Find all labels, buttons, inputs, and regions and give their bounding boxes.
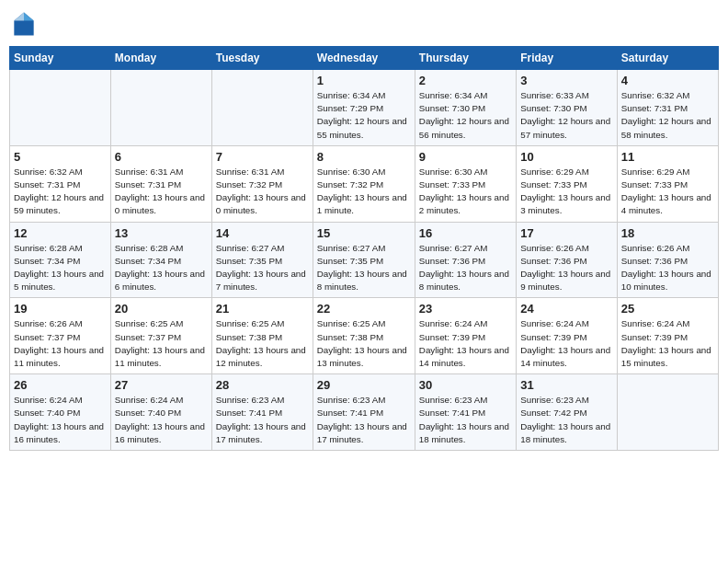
day-cell: 9Sunrise: 6:30 AM Sunset: 7:33 PM Daylig… — [415, 145, 516, 222]
day-info: Sunrise: 6:23 AM Sunset: 7:41 PM Dayligh… — [317, 394, 411, 446]
day-number: 21 — [216, 302, 309, 316]
week-row-1: 1Sunrise: 6:34 AM Sunset: 7:29 PM Daylig… — [10, 70, 719, 146]
day-info: Sunrise: 6:34 AM Sunset: 7:30 PM Dayligh… — [419, 89, 512, 142]
day-cell: 12Sunrise: 6:28 AM Sunset: 7:34 PM Dayli… — [10, 222, 111, 298]
day-info: Sunrise: 6:25 AM Sunset: 7:38 PM Dayligh… — [317, 317, 411, 370]
weekday-header-row: SundayMondayTuesdayWednesdayThursdayFrid… — [10, 47, 719, 70]
day-info: Sunrise: 6:26 AM Sunset: 7:36 PM Dayligh… — [520, 242, 613, 294]
day-number: 29 — [317, 378, 411, 392]
day-cell: 31Sunrise: 6:23 AM Sunset: 7:42 PM Dayli… — [517, 374, 618, 451]
weekday-header-sunday: Sunday — [10, 47, 111, 70]
day-number: 20 — [115, 302, 208, 316]
day-cell: 29Sunrise: 6:23 AM Sunset: 7:41 PM Dayli… — [313, 374, 415, 451]
day-info: Sunrise: 6:27 AM Sunset: 7:35 PM Dayligh… — [216, 242, 309, 294]
weekday-header-monday: Monday — [110, 47, 211, 70]
day-info: Sunrise: 6:26 AM Sunset: 7:36 PM Dayligh… — [621, 242, 714, 294]
day-info: Sunrise: 6:23 AM Sunset: 7:41 PM Dayligh… — [419, 394, 512, 446]
day-cell: 25Sunrise: 6:24 AM Sunset: 7:39 PM Dayli… — [617, 298, 718, 374]
day-number: 5 — [14, 150, 107, 164]
weekday-header-friday: Friday — [517, 47, 618, 70]
day-number: 22 — [317, 302, 411, 316]
week-row-3: 12Sunrise: 6:28 AM Sunset: 7:34 PM Dayli… — [10, 222, 719, 298]
page: SundayMondayTuesdayWednesdayThursdayFrid… — [0, 0, 728, 460]
day-info: Sunrise: 6:23 AM Sunset: 7:42 PM Dayligh… — [520, 394, 613, 446]
day-number: 10 — [520, 150, 613, 164]
day-number: 28 — [216, 378, 309, 392]
day-number: 19 — [14, 302, 107, 316]
day-cell: 27Sunrise: 6:24 AM Sunset: 7:40 PM Dayli… — [110, 374, 211, 451]
day-cell: 3Sunrise: 6:33 AM Sunset: 7:30 PM Daylig… — [517, 70, 618, 146]
day-info: Sunrise: 6:30 AM Sunset: 7:32 PM Dayligh… — [317, 166, 411, 218]
day-cell: 4Sunrise: 6:32 AM Sunset: 7:31 PM Daylig… — [617, 70, 718, 146]
week-row-5: 26Sunrise: 6:24 AM Sunset: 7:40 PM Dayli… — [10, 374, 719, 451]
day-info: Sunrise: 6:32 AM Sunset: 7:31 PM Dayligh… — [14, 166, 107, 218]
day-info: Sunrise: 6:24 AM Sunset: 7:39 PM Dayligh… — [419, 317, 512, 370]
day-cell: 18Sunrise: 6:26 AM Sunset: 7:36 PM Dayli… — [617, 222, 718, 298]
day-info: Sunrise: 6:24 AM Sunset: 7:39 PM Dayligh… — [621, 317, 714, 370]
day-number: 14 — [216, 226, 309, 240]
day-cell: 16Sunrise: 6:27 AM Sunset: 7:36 PM Dayli… — [415, 222, 516, 298]
day-info: Sunrise: 6:24 AM Sunset: 7:40 PM Dayligh… — [14, 394, 107, 446]
day-cell: 28Sunrise: 6:23 AM Sunset: 7:41 PM Dayli… — [211, 374, 313, 451]
day-cell: 1Sunrise: 6:34 AM Sunset: 7:29 PM Daylig… — [313, 70, 415, 146]
day-info: Sunrise: 6:33 AM Sunset: 7:30 PM Dayligh… — [520, 89, 613, 142]
day-cell: 15Sunrise: 6:27 AM Sunset: 7:35 PM Dayli… — [313, 222, 415, 298]
weekday-header-wednesday: Wednesday — [313, 47, 415, 70]
day-number: 24 — [520, 302, 613, 316]
day-cell — [10, 70, 111, 146]
day-info: Sunrise: 6:23 AM Sunset: 7:41 PM Dayligh… — [216, 394, 309, 446]
day-number: 11 — [621, 150, 714, 164]
day-info: Sunrise: 6:31 AM Sunset: 7:31 PM Dayligh… — [115, 166, 208, 218]
day-cell: 11Sunrise: 6:29 AM Sunset: 7:33 PM Dayli… — [617, 145, 718, 222]
day-number: 15 — [317, 226, 411, 240]
day-info: Sunrise: 6:31 AM Sunset: 7:32 PM Dayligh… — [216, 166, 309, 218]
day-info: Sunrise: 6:24 AM Sunset: 7:39 PM Dayligh… — [520, 317, 613, 370]
day-info: Sunrise: 6:28 AM Sunset: 7:34 PM Dayligh… — [115, 242, 208, 294]
day-cell — [211, 70, 313, 146]
svg-marker-1 — [24, 13, 34, 21]
day-cell: 2Sunrise: 6:34 AM Sunset: 7:30 PM Daylig… — [415, 70, 516, 146]
day-cell: 6Sunrise: 6:31 AM Sunset: 7:31 PM Daylig… — [110, 145, 211, 222]
day-info: Sunrise: 6:27 AM Sunset: 7:36 PM Dayligh… — [419, 242, 512, 294]
day-cell: 13Sunrise: 6:28 AM Sunset: 7:34 PM Dayli… — [110, 222, 211, 298]
day-info: Sunrise: 6:30 AM Sunset: 7:33 PM Dayligh… — [419, 166, 512, 218]
day-number: 1 — [317, 74, 411, 87]
week-row-2: 5Sunrise: 6:32 AM Sunset: 7:31 PM Daylig… — [10, 145, 719, 222]
day-number: 7 — [216, 150, 309, 164]
day-number: 26 — [14, 378, 107, 392]
weekday-header-thursday: Thursday — [415, 47, 516, 70]
day-cell: 10Sunrise: 6:29 AM Sunset: 7:33 PM Dayli… — [517, 145, 618, 222]
day-info: Sunrise: 6:34 AM Sunset: 7:29 PM Dayligh… — [317, 89, 411, 142]
day-number: 27 — [115, 378, 208, 392]
day-number: 16 — [419, 226, 512, 240]
day-number: 12 — [14, 226, 107, 240]
day-number: 3 — [520, 74, 613, 87]
day-cell: 5Sunrise: 6:32 AM Sunset: 7:31 PM Daylig… — [10, 145, 111, 222]
header — [9, 9, 719, 39]
day-cell: 17Sunrise: 6:26 AM Sunset: 7:36 PM Dayli… — [517, 222, 618, 298]
day-number: 17 — [520, 226, 613, 240]
day-number: 31 — [520, 378, 613, 392]
day-info: Sunrise: 6:32 AM Sunset: 7:31 PM Dayligh… — [621, 89, 714, 142]
day-cell: 21Sunrise: 6:25 AM Sunset: 7:38 PM Dayli… — [211, 298, 313, 374]
day-cell: 7Sunrise: 6:31 AM Sunset: 7:32 PM Daylig… — [211, 145, 313, 222]
day-cell: 23Sunrise: 6:24 AM Sunset: 7:39 PM Dayli… — [415, 298, 516, 374]
day-cell: 22Sunrise: 6:25 AM Sunset: 7:38 PM Dayli… — [313, 298, 415, 374]
day-number: 18 — [621, 226, 714, 240]
svg-marker-2 — [14, 13, 24, 21]
weekday-header-tuesday: Tuesday — [211, 47, 313, 70]
day-number: 2 — [419, 74, 512, 87]
day-info: Sunrise: 6:24 AM Sunset: 7:40 PM Dayligh… — [115, 394, 208, 446]
day-cell: 19Sunrise: 6:26 AM Sunset: 7:37 PM Dayli… — [10, 298, 111, 374]
day-info: Sunrise: 6:25 AM Sunset: 7:37 PM Dayligh… — [115, 317, 208, 370]
day-number: 23 — [419, 302, 512, 316]
day-number: 8 — [317, 150, 411, 164]
week-row-4: 19Sunrise: 6:26 AM Sunset: 7:37 PM Dayli… — [10, 298, 719, 374]
day-number: 4 — [621, 74, 714, 87]
day-cell: 24Sunrise: 6:24 AM Sunset: 7:39 PM Dayli… — [517, 298, 618, 374]
day-cell: 20Sunrise: 6:25 AM Sunset: 7:37 PM Dayli… — [110, 298, 211, 374]
day-number: 13 — [115, 226, 208, 240]
day-info: Sunrise: 6:25 AM Sunset: 7:38 PM Dayligh… — [216, 317, 309, 370]
logo-icon — [9, 9, 39, 39]
day-cell: 30Sunrise: 6:23 AM Sunset: 7:41 PM Dayli… — [415, 374, 516, 451]
